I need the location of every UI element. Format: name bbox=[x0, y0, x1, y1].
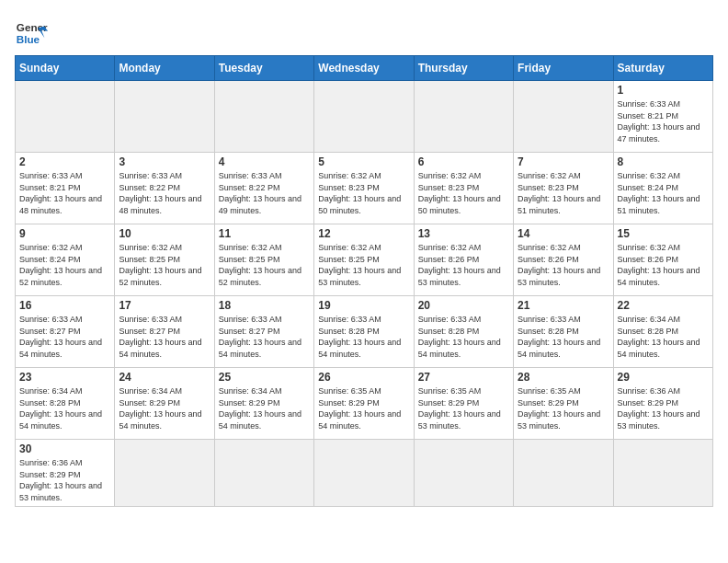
day-number: 10 bbox=[119, 227, 210, 240]
day-number: 17 bbox=[119, 299, 210, 312]
day-number: 6 bbox=[418, 155, 509, 168]
calendar-day-cell: 26Sunrise: 6:35 AMSunset: 8:29 PMDayligh… bbox=[314, 368, 414, 440]
day-info: Sunrise: 6:33 AMSunset: 8:22 PMDaylight:… bbox=[219, 170, 310, 216]
calendar-day-cell bbox=[115, 440, 214, 507]
calendar-day-cell bbox=[514, 81, 613, 153]
day-number: 14 bbox=[518, 227, 609, 240]
calendar-day-cell bbox=[613, 440, 712, 507]
calendar-header-monday: Monday bbox=[115, 56, 214, 81]
calendar-day-cell: 2Sunrise: 6:33 AMSunset: 8:21 PMDaylight… bbox=[16, 153, 115, 224]
day-info: Sunrise: 6:32 AMSunset: 8:24 PMDaylight:… bbox=[618, 170, 709, 216]
calendar-day-cell: 25Sunrise: 6:34 AMSunset: 8:29 PMDayligh… bbox=[214, 368, 313, 440]
calendar-header-thursday: Thursday bbox=[414, 56, 513, 81]
generalblue-logo-icon: General Blue bbox=[15, 15, 48, 48]
header-area: General Blue bbox=[15, 15, 713, 48]
day-number: 23 bbox=[19, 371, 110, 384]
calendar-day-cell: 29Sunrise: 6:36 AMSunset: 8:29 PMDayligh… bbox=[613, 368, 712, 440]
day-info: Sunrise: 6:32 AMSunset: 8:26 PMDaylight:… bbox=[418, 242, 509, 288]
day-number: 27 bbox=[418, 371, 509, 384]
day-number: 5 bbox=[318, 155, 409, 168]
logo: General Blue bbox=[15, 15, 48, 48]
calendar-day-cell: 12Sunrise: 6:32 AMSunset: 8:25 PMDayligh… bbox=[314, 224, 414, 296]
calendar-day-cell: 5Sunrise: 6:32 AMSunset: 8:23 PMDaylight… bbox=[314, 153, 414, 224]
day-info: Sunrise: 6:36 AMSunset: 8:29 PMDaylight:… bbox=[19, 457, 110, 503]
calendar-day-cell: 28Sunrise: 6:35 AMSunset: 8:29 PMDayligh… bbox=[514, 368, 613, 440]
day-info: Sunrise: 6:33 AMSunset: 8:27 PMDaylight:… bbox=[19, 314, 110, 360]
day-number: 1 bbox=[618, 84, 709, 97]
day-info: Sunrise: 6:35 AMSunset: 8:29 PMDaylight:… bbox=[518, 385, 609, 431]
calendar-day-cell: 13Sunrise: 6:32 AMSunset: 8:26 PMDayligh… bbox=[414, 224, 513, 296]
calendar-day-cell: 23Sunrise: 6:34 AMSunset: 8:28 PMDayligh… bbox=[16, 368, 115, 440]
calendar-day-cell: 11Sunrise: 6:32 AMSunset: 8:25 PMDayligh… bbox=[214, 224, 313, 296]
day-number: 12 bbox=[318, 227, 409, 240]
day-number: 3 bbox=[119, 155, 210, 168]
day-number: 22 bbox=[618, 299, 709, 312]
day-info: Sunrise: 6:32 AMSunset: 8:26 PMDaylight:… bbox=[618, 242, 709, 288]
calendar-day-cell: 18Sunrise: 6:33 AMSunset: 8:27 PMDayligh… bbox=[214, 296, 313, 368]
day-info: Sunrise: 6:33 AMSunset: 8:27 PMDaylight:… bbox=[219, 314, 310, 360]
calendar-header-sunday: Sunday bbox=[16, 56, 115, 81]
calendar-day-cell: 14Sunrise: 6:32 AMSunset: 8:26 PMDayligh… bbox=[514, 224, 613, 296]
day-number: 25 bbox=[219, 371, 310, 384]
calendar-day-cell: 24Sunrise: 6:34 AMSunset: 8:29 PMDayligh… bbox=[115, 368, 214, 440]
day-number: 29 bbox=[618, 371, 709, 384]
calendar-week-row: 30Sunrise: 6:36 AMSunset: 8:29 PMDayligh… bbox=[16, 440, 713, 507]
day-number: 11 bbox=[219, 227, 310, 240]
calendar-header-tuesday: Tuesday bbox=[214, 56, 313, 81]
day-info: Sunrise: 6:35 AMSunset: 8:29 PMDaylight:… bbox=[318, 385, 409, 431]
day-info: Sunrise: 6:32 AMSunset: 8:25 PMDaylight:… bbox=[119, 242, 210, 288]
day-info: Sunrise: 6:34 AMSunset: 8:29 PMDaylight:… bbox=[219, 385, 310, 431]
day-number: 20 bbox=[418, 299, 509, 312]
day-info: Sunrise: 6:32 AMSunset: 8:23 PMDaylight:… bbox=[418, 170, 509, 216]
calendar-day-cell: 15Sunrise: 6:32 AMSunset: 8:26 PMDayligh… bbox=[613, 224, 712, 296]
day-info: Sunrise: 6:32 AMSunset: 8:23 PMDaylight:… bbox=[518, 170, 609, 216]
calendar-day-cell: 30Sunrise: 6:36 AMSunset: 8:29 PMDayligh… bbox=[16, 440, 115, 507]
calendar-header-row: SundayMondayTuesdayWednesdayThursdayFrid… bbox=[16, 56, 713, 81]
calendar-week-row: 9Sunrise: 6:32 AMSunset: 8:24 PMDaylight… bbox=[16, 224, 713, 296]
day-info: Sunrise: 6:32 AMSunset: 8:25 PMDaylight:… bbox=[318, 242, 409, 288]
calendar-day-cell bbox=[514, 440, 613, 507]
day-number: 15 bbox=[618, 227, 709, 240]
calendar-header-wednesday: Wednesday bbox=[314, 56, 414, 81]
calendar-day-cell: 10Sunrise: 6:32 AMSunset: 8:25 PMDayligh… bbox=[115, 224, 214, 296]
calendar-day-cell: 27Sunrise: 6:35 AMSunset: 8:29 PMDayligh… bbox=[414, 368, 513, 440]
day-info: Sunrise: 6:33 AMSunset: 8:28 PMDaylight:… bbox=[318, 314, 409, 360]
day-number: 7 bbox=[518, 155, 609, 168]
day-info: Sunrise: 6:33 AMSunset: 8:21 PMDaylight:… bbox=[19, 170, 110, 216]
calendar-day-cell: 3Sunrise: 6:33 AMSunset: 8:22 PMDaylight… bbox=[115, 153, 214, 224]
day-number: 18 bbox=[219, 299, 310, 312]
day-info: Sunrise: 6:32 AMSunset: 8:24 PMDaylight:… bbox=[19, 242, 110, 288]
day-info: Sunrise: 6:32 AMSunset: 8:25 PMDaylight:… bbox=[219, 242, 310, 288]
calendar-day-cell: 19Sunrise: 6:33 AMSunset: 8:28 PMDayligh… bbox=[314, 296, 414, 368]
calendar-day-cell: 16Sunrise: 6:33 AMSunset: 8:27 PMDayligh… bbox=[16, 296, 115, 368]
day-info: Sunrise: 6:33 AMSunset: 8:28 PMDaylight:… bbox=[418, 314, 509, 360]
day-number: 8 bbox=[618, 155, 709, 168]
day-number: 24 bbox=[119, 371, 210, 384]
calendar-day-cell: 22Sunrise: 6:34 AMSunset: 8:28 PMDayligh… bbox=[613, 296, 712, 368]
calendar-day-cell: 7Sunrise: 6:32 AMSunset: 8:23 PMDaylight… bbox=[514, 153, 613, 224]
calendar-day-cell: 21Sunrise: 6:33 AMSunset: 8:28 PMDayligh… bbox=[514, 296, 613, 368]
calendar-table: SundayMondayTuesdayWednesdayThursdayFrid… bbox=[15, 55, 713, 507]
calendar-day-cell bbox=[214, 81, 313, 153]
calendar-day-cell: 4Sunrise: 6:33 AMSunset: 8:22 PMDaylight… bbox=[214, 153, 313, 224]
day-number: 2 bbox=[19, 155, 110, 168]
day-number: 30 bbox=[19, 442, 110, 455]
day-info: Sunrise: 6:36 AMSunset: 8:29 PMDaylight:… bbox=[618, 385, 709, 431]
calendar-day-cell bbox=[16, 81, 115, 153]
day-number: 13 bbox=[418, 227, 509, 240]
calendar-week-row: 23Sunrise: 6:34 AMSunset: 8:28 PMDayligh… bbox=[16, 368, 713, 440]
calendar-day-cell bbox=[414, 440, 513, 507]
day-info: Sunrise: 6:32 AMSunset: 8:26 PMDaylight:… bbox=[518, 242, 609, 288]
day-number: 4 bbox=[219, 155, 310, 168]
calendar-day-cell: 17Sunrise: 6:33 AMSunset: 8:27 PMDayligh… bbox=[115, 296, 214, 368]
day-number: 26 bbox=[318, 371, 409, 384]
day-info: Sunrise: 6:34 AMSunset: 8:28 PMDaylight:… bbox=[618, 314, 709, 360]
calendar-day-cell: 6Sunrise: 6:32 AMSunset: 8:23 PMDaylight… bbox=[414, 153, 513, 224]
calendar-header-saturday: Saturday bbox=[613, 56, 712, 81]
calendar-day-cell bbox=[115, 81, 214, 153]
day-info: Sunrise: 6:35 AMSunset: 8:29 PMDaylight:… bbox=[418, 385, 509, 431]
calendar-week-row: 16Sunrise: 6:33 AMSunset: 8:27 PMDayligh… bbox=[16, 296, 713, 368]
day-number: 16 bbox=[19, 299, 110, 312]
calendar-week-row: 2Sunrise: 6:33 AMSunset: 8:21 PMDaylight… bbox=[16, 153, 713, 224]
day-info: Sunrise: 6:33 AMSunset: 8:28 PMDaylight:… bbox=[518, 314, 609, 360]
